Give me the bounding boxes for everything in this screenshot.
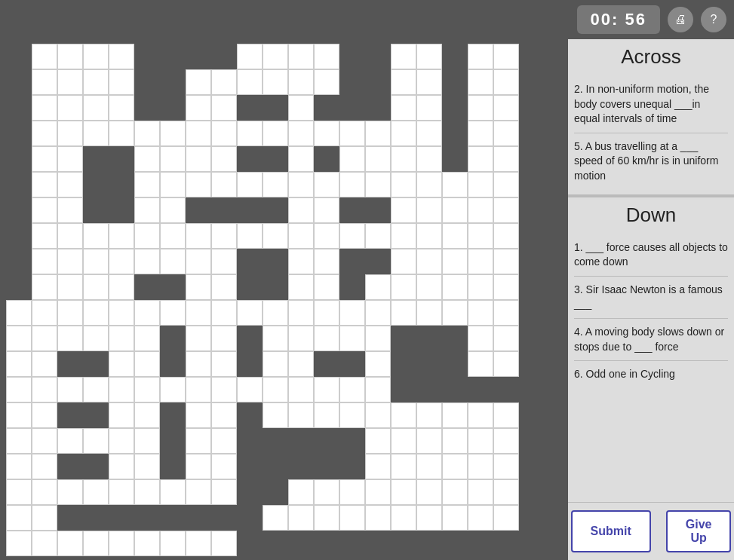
cell-19-4[interactable] bbox=[109, 531, 134, 556]
cell-8-7[interactable] bbox=[186, 249, 211, 274]
cell-16-15[interactable] bbox=[391, 454, 416, 479]
cell-3-14[interactable] bbox=[365, 121, 391, 146]
cell-6-11[interactable] bbox=[288, 197, 314, 223]
cell-17-12[interactable] bbox=[314, 479, 339, 505]
cell-7-5[interactable] bbox=[134, 223, 160, 249]
cell-11-3[interactable] bbox=[83, 326, 109, 351]
cell-10-9[interactable] bbox=[237, 300, 263, 326]
cell-14-10[interactable] bbox=[263, 402, 288, 428]
cell-1-7[interactable] bbox=[186, 69, 211, 95]
cell-8-4[interactable] bbox=[109, 249, 134, 274]
cell-5-14[interactable] bbox=[365, 172, 391, 197]
cell-2-7[interactable] bbox=[186, 95, 211, 121]
cell-5-1[interactable] bbox=[32, 172, 57, 197]
cell-13-12[interactable] bbox=[314, 377, 339, 402]
cell-3-13[interactable] bbox=[339, 121, 365, 146]
cell-3-5[interactable] bbox=[134, 121, 160, 146]
cell-1-8[interactable] bbox=[211, 69, 237, 95]
cell-9-2[interactable] bbox=[57, 274, 83, 300]
cell-7-17[interactable] bbox=[442, 223, 468, 249]
cell-19-7[interactable] bbox=[186, 531, 211, 556]
cell-9-4[interactable] bbox=[109, 274, 134, 300]
cell-10-7[interactable] bbox=[186, 300, 211, 326]
cell-10-4[interactable] bbox=[109, 300, 134, 326]
cell-12-5[interactable] bbox=[134, 351, 160, 377]
cell-7-6[interactable] bbox=[160, 223, 186, 249]
cell-17-3[interactable] bbox=[83, 479, 109, 505]
cell-9-18[interactable] bbox=[468, 274, 493, 300]
cell-8-18[interactable] bbox=[468, 249, 493, 274]
cell-9-3[interactable] bbox=[83, 274, 109, 300]
submit-button[interactable]: Submit bbox=[571, 510, 651, 552]
cell-3-8[interactable] bbox=[211, 121, 237, 146]
cell-17-1[interactable] bbox=[32, 479, 57, 505]
cell-5-19[interactable] bbox=[493, 172, 519, 197]
cell-14-12[interactable] bbox=[314, 402, 339, 428]
cell-2-4[interactable] bbox=[109, 95, 134, 121]
cell-19-8[interactable] bbox=[211, 531, 237, 556]
cell-14-7[interactable] bbox=[186, 402, 211, 428]
cell-11-18[interactable] bbox=[468, 326, 493, 351]
cell-1-2[interactable] bbox=[57, 69, 83, 95]
cell-1-19[interactable] bbox=[493, 69, 519, 95]
cell-16-1[interactable] bbox=[32, 454, 57, 479]
cell-17-11[interactable] bbox=[288, 479, 314, 505]
cell-0-2[interactable] bbox=[57, 44, 83, 69]
cell-11-4[interactable] bbox=[109, 326, 134, 351]
cell-10-11[interactable] bbox=[288, 300, 314, 326]
cell-13-1[interactable] bbox=[32, 377, 57, 402]
cell-5-2[interactable] bbox=[57, 172, 83, 197]
cell-11-11[interactable] bbox=[288, 326, 314, 351]
cell-4-8[interactable] bbox=[211, 146, 237, 172]
cell-12-10[interactable] bbox=[263, 351, 288, 377]
cell-18-18[interactable] bbox=[468, 505, 493, 531]
cell-9-11[interactable] bbox=[288, 274, 314, 300]
cell-3-4[interactable] bbox=[109, 121, 134, 146]
cell-0-9[interactable] bbox=[237, 44, 263, 69]
cell-7-11[interactable] bbox=[288, 223, 314, 249]
cell-7-15[interactable] bbox=[391, 223, 416, 249]
cell-7-3[interactable] bbox=[83, 223, 109, 249]
cell-9-15[interactable] bbox=[391, 274, 416, 300]
cell-6-17[interactable] bbox=[442, 197, 468, 223]
cell-12-4[interactable] bbox=[109, 351, 134, 377]
cell-15-1[interactable] bbox=[32, 428, 57, 454]
cell-6-19[interactable] bbox=[493, 197, 519, 223]
cell-4-18[interactable] bbox=[468, 146, 493, 172]
cell-14-15[interactable] bbox=[391, 402, 416, 428]
cell-15-0[interactable] bbox=[6, 428, 32, 454]
cell-18-14[interactable] bbox=[365, 505, 391, 531]
cell-7-1[interactable] bbox=[32, 223, 57, 249]
cell-4-19[interactable] bbox=[493, 146, 519, 172]
cell-18-15[interactable] bbox=[391, 505, 416, 531]
cell-14-17[interactable] bbox=[442, 402, 468, 428]
cell-13-5[interactable] bbox=[134, 377, 160, 402]
cell-13-8[interactable] bbox=[211, 377, 237, 402]
cell-6-5[interactable] bbox=[134, 197, 160, 223]
cell-15-14[interactable] bbox=[365, 428, 391, 454]
cell-18-11[interactable] bbox=[288, 505, 314, 531]
cell-2-2[interactable] bbox=[57, 95, 83, 121]
cell-3-3[interactable] bbox=[83, 121, 109, 146]
cell-3-19[interactable] bbox=[493, 121, 519, 146]
cell-5-12[interactable] bbox=[314, 172, 339, 197]
cell-15-3[interactable] bbox=[83, 428, 109, 454]
cell-16-16[interactable] bbox=[416, 454, 442, 479]
cell-15-5[interactable] bbox=[134, 428, 160, 454]
cell-14-11[interactable] bbox=[288, 402, 314, 428]
help-button[interactable]: ? bbox=[701, 7, 726, 32]
cell-0-3[interactable] bbox=[83, 44, 109, 69]
cell-2-3[interactable] bbox=[83, 95, 109, 121]
cell-15-19[interactable] bbox=[493, 428, 519, 454]
cell-17-15[interactable] bbox=[391, 479, 416, 505]
cell-6-15[interactable] bbox=[391, 197, 416, 223]
cell-15-17[interactable] bbox=[442, 428, 468, 454]
cell-8-17[interactable] bbox=[442, 249, 468, 274]
cell-9-17[interactable] bbox=[442, 274, 468, 300]
cell-7-7[interactable] bbox=[186, 223, 211, 249]
cell-17-13[interactable] bbox=[339, 479, 365, 505]
cell-15-4[interactable] bbox=[109, 428, 134, 454]
cell-6-18[interactable] bbox=[468, 197, 493, 223]
cell-2-1[interactable] bbox=[32, 95, 57, 121]
cell-12-11[interactable] bbox=[288, 351, 314, 377]
